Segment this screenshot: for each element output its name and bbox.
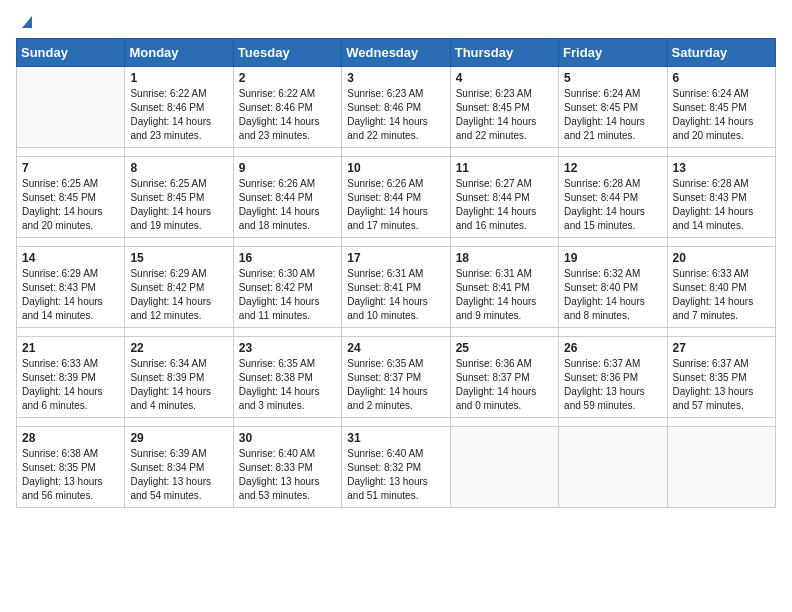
day-info: Sunrise: 6:35 AM Sunset: 8:37 PM Dayligh… — [347, 357, 444, 413]
divider-cell — [342, 418, 450, 427]
day-number: 19 — [564, 251, 661, 265]
day-number: 2 — [239, 71, 336, 85]
calendar-cell — [667, 427, 775, 508]
day-number: 13 — [673, 161, 770, 175]
header-saturday: Saturday — [667, 39, 775, 67]
calendar-cell: 26Sunrise: 6:37 AM Sunset: 8:36 PM Dayli… — [559, 337, 667, 418]
divider-cell — [342, 328, 450, 337]
divider-cell — [17, 328, 125, 337]
calendar-week-3: 14Sunrise: 6:29 AM Sunset: 8:43 PM Dayli… — [17, 247, 776, 328]
calendar-cell: 4Sunrise: 6:23 AM Sunset: 8:45 PM Daylig… — [450, 67, 558, 148]
divider-cell — [125, 238, 233, 247]
week-divider — [17, 418, 776, 427]
day-info: Sunrise: 6:35 AM Sunset: 8:38 PM Dayligh… — [239, 357, 336, 413]
calendar-cell: 17Sunrise: 6:31 AM Sunset: 8:41 PM Dayli… — [342, 247, 450, 328]
calendar-cell — [559, 427, 667, 508]
day-info: Sunrise: 6:37 AM Sunset: 8:36 PM Dayligh… — [564, 357, 661, 413]
day-info: Sunrise: 6:31 AM Sunset: 8:41 PM Dayligh… — [347, 267, 444, 323]
day-info: Sunrise: 6:36 AM Sunset: 8:37 PM Dayligh… — [456, 357, 553, 413]
header-friday: Friday — [559, 39, 667, 67]
day-number: 5 — [564, 71, 661, 85]
divider-cell — [450, 238, 558, 247]
day-info: Sunrise: 6:40 AM Sunset: 8:32 PM Dayligh… — [347, 447, 444, 503]
day-number: 21 — [22, 341, 119, 355]
divider-cell — [667, 418, 775, 427]
day-info: Sunrise: 6:24 AM Sunset: 8:45 PM Dayligh… — [673, 87, 770, 143]
calendar-cell: 23Sunrise: 6:35 AM Sunset: 8:38 PM Dayli… — [233, 337, 341, 418]
calendar-cell: 2Sunrise: 6:22 AM Sunset: 8:46 PM Daylig… — [233, 67, 341, 148]
svg-marker-0 — [22, 16, 32, 28]
calendar-header-row: SundayMondayTuesdayWednesdayThursdayFrid… — [17, 39, 776, 67]
calendar-cell: 27Sunrise: 6:37 AM Sunset: 8:35 PM Dayli… — [667, 337, 775, 418]
calendar-week-5: 28Sunrise: 6:38 AM Sunset: 8:35 PM Dayli… — [17, 427, 776, 508]
calendar-cell: 22Sunrise: 6:34 AM Sunset: 8:39 PM Dayli… — [125, 337, 233, 418]
divider-cell — [667, 238, 775, 247]
day-number: 25 — [456, 341, 553, 355]
day-info: Sunrise: 6:27 AM Sunset: 8:44 PM Dayligh… — [456, 177, 553, 233]
day-number: 16 — [239, 251, 336, 265]
day-info: Sunrise: 6:25 AM Sunset: 8:45 PM Dayligh… — [22, 177, 119, 233]
calendar-cell: 13Sunrise: 6:28 AM Sunset: 8:43 PM Dayli… — [667, 157, 775, 238]
day-info: Sunrise: 6:29 AM Sunset: 8:42 PM Dayligh… — [130, 267, 227, 323]
calendar-cell: 7Sunrise: 6:25 AM Sunset: 8:45 PM Daylig… — [17, 157, 125, 238]
day-info: Sunrise: 6:22 AM Sunset: 8:46 PM Dayligh… — [130, 87, 227, 143]
calendar-cell: 1Sunrise: 6:22 AM Sunset: 8:46 PM Daylig… — [125, 67, 233, 148]
day-number: 8 — [130, 161, 227, 175]
day-info: Sunrise: 6:30 AM Sunset: 8:42 PM Dayligh… — [239, 267, 336, 323]
divider-cell — [667, 328, 775, 337]
day-number: 9 — [239, 161, 336, 175]
day-info: Sunrise: 6:22 AM Sunset: 8:46 PM Dayligh… — [239, 87, 336, 143]
week-divider — [17, 238, 776, 247]
divider-cell — [342, 238, 450, 247]
divider-cell — [450, 418, 558, 427]
day-info: Sunrise: 6:40 AM Sunset: 8:33 PM Dayligh… — [239, 447, 336, 503]
calendar-cell — [17, 67, 125, 148]
day-number: 17 — [347, 251, 444, 265]
calendar-week-1: 1Sunrise: 6:22 AM Sunset: 8:46 PM Daylig… — [17, 67, 776, 148]
calendar-cell: 24Sunrise: 6:35 AM Sunset: 8:37 PM Dayli… — [342, 337, 450, 418]
day-number: 29 — [130, 431, 227, 445]
day-info: Sunrise: 6:28 AM Sunset: 8:44 PM Dayligh… — [564, 177, 661, 233]
calendar-cell: 19Sunrise: 6:32 AM Sunset: 8:40 PM Dayli… — [559, 247, 667, 328]
calendar-cell: 29Sunrise: 6:39 AM Sunset: 8:34 PM Dayli… — [125, 427, 233, 508]
logo-icon — [18, 12, 36, 30]
calendar-cell: 16Sunrise: 6:30 AM Sunset: 8:42 PM Dayli… — [233, 247, 341, 328]
header-sunday: Sunday — [17, 39, 125, 67]
divider-cell — [125, 148, 233, 157]
divider-cell — [17, 418, 125, 427]
week-divider — [17, 148, 776, 157]
day-info: Sunrise: 6:26 AM Sunset: 8:44 PM Dayligh… — [347, 177, 444, 233]
calendar-week-4: 21Sunrise: 6:33 AM Sunset: 8:39 PM Dayli… — [17, 337, 776, 418]
calendar-cell — [450, 427, 558, 508]
day-info: Sunrise: 6:33 AM Sunset: 8:40 PM Dayligh… — [673, 267, 770, 323]
calendar-cell: 12Sunrise: 6:28 AM Sunset: 8:44 PM Dayli… — [559, 157, 667, 238]
calendar-cell: 30Sunrise: 6:40 AM Sunset: 8:33 PM Dayli… — [233, 427, 341, 508]
header-wednesday: Wednesday — [342, 39, 450, 67]
calendar-cell: 5Sunrise: 6:24 AM Sunset: 8:45 PM Daylig… — [559, 67, 667, 148]
day-info: Sunrise: 6:31 AM Sunset: 8:41 PM Dayligh… — [456, 267, 553, 323]
calendar-week-2: 7Sunrise: 6:25 AM Sunset: 8:45 PM Daylig… — [17, 157, 776, 238]
calendar-cell: 18Sunrise: 6:31 AM Sunset: 8:41 PM Dayli… — [450, 247, 558, 328]
day-info: Sunrise: 6:23 AM Sunset: 8:45 PM Dayligh… — [456, 87, 553, 143]
day-number: 28 — [22, 431, 119, 445]
day-info: Sunrise: 6:28 AM Sunset: 8:43 PM Dayligh… — [673, 177, 770, 233]
day-number: 14 — [22, 251, 119, 265]
calendar-cell: 11Sunrise: 6:27 AM Sunset: 8:44 PM Dayli… — [450, 157, 558, 238]
day-info: Sunrise: 6:38 AM Sunset: 8:35 PM Dayligh… — [22, 447, 119, 503]
divider-cell — [450, 148, 558, 157]
divider-cell — [125, 418, 233, 427]
day-info: Sunrise: 6:32 AM Sunset: 8:40 PM Dayligh… — [564, 267, 661, 323]
header-thursday: Thursday — [450, 39, 558, 67]
calendar-cell: 25Sunrise: 6:36 AM Sunset: 8:37 PM Dayli… — [450, 337, 558, 418]
day-number: 7 — [22, 161, 119, 175]
day-info: Sunrise: 6:29 AM Sunset: 8:43 PM Dayligh… — [22, 267, 119, 323]
day-number: 15 — [130, 251, 227, 265]
calendar-cell: 14Sunrise: 6:29 AM Sunset: 8:43 PM Dayli… — [17, 247, 125, 328]
page-header — [16, 16, 776, 30]
divider-cell — [17, 238, 125, 247]
calendar-cell: 6Sunrise: 6:24 AM Sunset: 8:45 PM Daylig… — [667, 67, 775, 148]
day-info: Sunrise: 6:39 AM Sunset: 8:34 PM Dayligh… — [130, 447, 227, 503]
divider-cell — [559, 418, 667, 427]
day-number: 27 — [673, 341, 770, 355]
divider-cell — [559, 148, 667, 157]
